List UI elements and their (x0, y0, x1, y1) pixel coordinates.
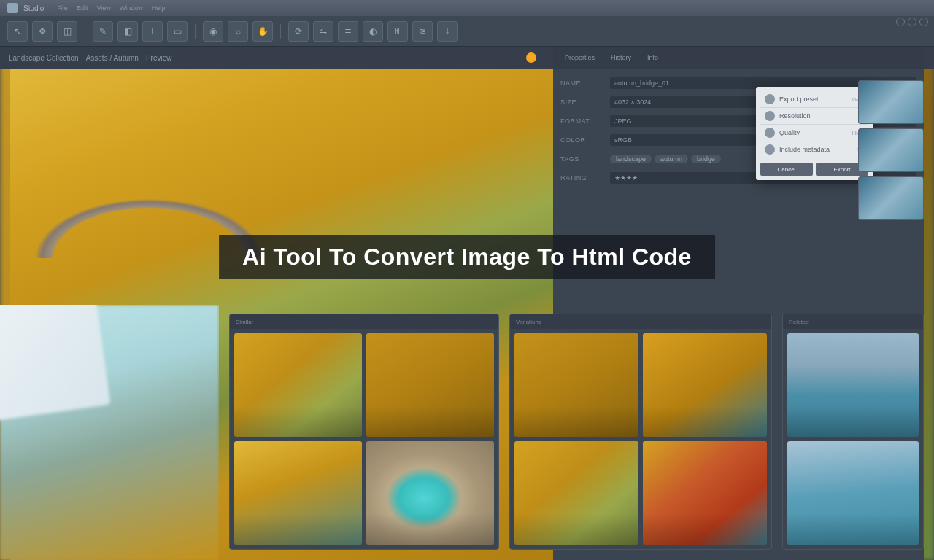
view-mode[interactable]: Preview (146, 54, 172, 62)
tool-brush-button[interactable]: ✎ (93, 21, 113, 42)
cancel-button[interactable]: Cancel (760, 163, 813, 176)
menu-window[interactable]: Window (120, 4, 143, 12)
popup-row[interactable]: Quality High (760, 125, 868, 141)
thumbnail[interactable] (514, 441, 638, 545)
asset-panels: Similar Variations Related (219, 305, 934, 560)
menu-file[interactable]: File (57, 4, 68, 12)
bottom-left-preview (0, 305, 219, 560)
prop-label: Rating (560, 174, 604, 182)
tool-export-button[interactable]: ⤓ (437, 21, 458, 42)
panel-title: Similar (236, 319, 253, 325)
app-name: Studio (23, 4, 44, 12)
app-logo-icon (7, 3, 18, 13)
maximize-button[interactable] (908, 18, 916, 26)
tool-cursor-button[interactable]: ↖ (7, 21, 28, 42)
thumbnail[interactable] (234, 441, 362, 545)
quality-icon (765, 128, 775, 138)
sidebar-thumb[interactable] (858, 128, 924, 172)
tool-adjust-button[interactable]: 🎚 (387, 21, 408, 42)
bottom-left-image (0, 305, 219, 560)
thumbnail[interactable] (643, 441, 767, 545)
tool-filter-button[interactable]: ≋ (412, 21, 433, 42)
popup-row[interactable]: Export preset Web (760, 91, 868, 108)
sidebar-thumbnails (858, 80, 924, 220)
thumbnail[interactable] (643, 333, 767, 437)
tool-crop-button[interactable]: ◫ (57, 21, 77, 42)
panel-tabs: Properties History Info (553, 47, 924, 69)
tool-move-button[interactable]: ✥ (32, 21, 53, 42)
sidebar-thumb[interactable] (858, 80, 924, 124)
toolbar-sep (280, 24, 281, 39)
thumbnail[interactable] (366, 441, 494, 545)
tool-zoom-button[interactable]: ⌕ (228, 21, 248, 42)
tab-info[interactable]: Info (643, 52, 663, 63)
panel-header: Variations (510, 314, 771, 329)
panel-header: Related (783, 314, 923, 329)
tool-mask-button[interactable]: ◐ (363, 21, 383, 42)
prop-label: Tags (560, 155, 604, 163)
thumbnail[interactable] (787, 333, 919, 437)
title-text: Ai Tool To Convert Image To Html Code (242, 244, 692, 271)
menu-edit[interactable]: Edit (77, 4, 88, 12)
panel-header: Similar (230, 314, 498, 329)
tool-shape-button[interactable]: ▭ (167, 21, 188, 42)
export-popup: Export preset Web Resolution 1x Quality … (756, 87, 873, 180)
tool-rotate-button[interactable]: ⟳ (288, 21, 309, 42)
project-name[interactable]: Landscape Collection (9, 54, 79, 62)
resolution-icon (765, 111, 775, 121)
panel-title: Related (789, 319, 809, 325)
popup-label: Include metadata (779, 146, 852, 153)
thumbnail-grid (783, 329, 923, 549)
tab-history[interactable]: History (606, 52, 636, 63)
menu-bar: File Edit View Window Help (57, 4, 165, 12)
title-bar: Studio File Edit View Window Help (0, 0, 934, 16)
popup-actions: Cancel Export (760, 158, 868, 176)
panel-title: Variations (516, 319, 541, 325)
title-overlay: Ai Tool To Convert Image To Html Code (219, 235, 715, 279)
menu-help[interactable]: Help (152, 4, 166, 12)
preset-icon (765, 94, 775, 104)
popup-row[interactable]: Include metadata No (760, 141, 868, 158)
tool-eraser-button[interactable]: ◧ (117, 21, 138, 42)
metadata-icon (765, 144, 775, 155)
menu-view[interactable]: View (96, 4, 110, 12)
thumbnail[interactable] (787, 441, 919, 545)
prop-label: Name (560, 79, 604, 87)
toolbar: ↖ ✥ ◫ ✎ ◧ T ▭ ◉ ⌕ ✋ ⟳ ⇋ ≣ ◐ 🎚 ≋ ⤓ (0, 16, 934, 47)
asset-panel-variations: Variations (509, 314, 772, 550)
sidebar-thumb[interactable] (858, 176, 924, 220)
notification-badge-icon[interactable] (526, 52, 536, 63)
tag-chips: landscape autumn bridge (610, 155, 721, 163)
asset-panel-similar: Similar (229, 314, 499, 550)
thumbnail-grid (230, 329, 498, 549)
asset-panel-related: Related (782, 314, 924, 550)
tool-flip-button[interactable]: ⇋ (313, 21, 333, 42)
close-button[interactable] (919, 18, 928, 26)
tab-properties[interactable]: Properties (560, 52, 599, 63)
toolbar-sep (85, 24, 85, 39)
thumbnail-grid (510, 329, 771, 549)
popup-label: Export preset (779, 96, 848, 103)
tag-chip[interactable]: bridge (691, 155, 721, 163)
tool-eyedrop-button[interactable]: ◉ (203, 21, 223, 42)
thumbnail[interactable] (366, 333, 494, 437)
tag-chip[interactable]: landscape (610, 155, 652, 163)
window-controls (896, 18, 928, 26)
breadcrumb-path[interactable]: Assets / Autumn (86, 54, 139, 62)
tool-text-button[interactable]: T (142, 21, 163, 42)
prop-label: Size (560, 98, 604, 106)
prop-label: Color (560, 136, 604, 144)
thumbnail[interactable] (514, 333, 638, 437)
tag-chip[interactable]: autumn (655, 155, 688, 163)
toolbar-sep (195, 24, 196, 39)
popup-label: Quality (779, 129, 848, 136)
prop-label: Format (560, 117, 604, 125)
tool-layers-button[interactable]: ≣ (338, 21, 358, 42)
bottom-region: Similar Variations Related (0, 305, 934, 560)
popup-row[interactable]: Resolution 1x (760, 108, 868, 125)
minimize-button[interactable] (896, 18, 905, 26)
tool-hand-button[interactable]: ✋ (252, 21, 273, 42)
thumbnail[interactable] (234, 333, 362, 437)
popup-label: Resolution (779, 112, 854, 120)
